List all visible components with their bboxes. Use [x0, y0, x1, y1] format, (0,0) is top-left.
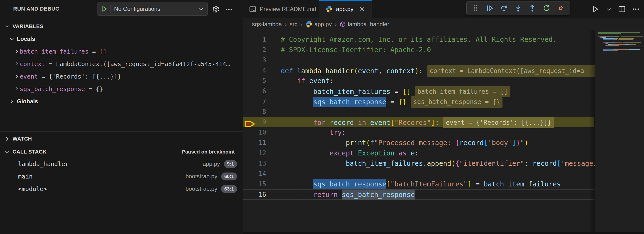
minimap-line-15 — [598, 49, 640, 50]
more-actions-icon[interactable] — [224, 5, 234, 14]
variable-row-event[interactable]: event = {'Records': [{...}]} — [0, 70, 242, 83]
line-number[interactable]: 6 — [243, 86, 266, 96]
line-number[interactable]: 1 — [243, 34, 266, 45]
step-out-button[interactable] — [527, 3, 538, 13]
code-line-9[interactable]: 9 for record in event["Records"]:event =… — [243, 117, 644, 127]
breadcrumb-item-sqs-lambda[interactable]: sqs-lambda — [252, 21, 282, 28]
breadcrumb-label: src — [290, 21, 298, 28]
minimap-token — [619, 36, 620, 36]
code-line-16[interactable]: 16 return sqs_batch_response — [243, 189, 644, 200]
variables-section-header[interactable]: VARIABLES — [0, 21, 242, 32]
debug-config-dropdown[interactable]: No Configurations — [98, 2, 208, 16]
python-icon — [305, 21, 312, 28]
code-line-13[interactable]: 13 batch_item_failures.append({"itemIden… — [243, 158, 644, 169]
minimap-inline-value — [621, 36, 643, 36]
step-over-button[interactable] — [499, 3, 509, 13]
line-number[interactable]: 7 — [243, 96, 266, 107]
line-number[interactable]: 14 — [243, 169, 266, 179]
stack-frame-main[interactable]: mainbootstrap.py60:1 — [0, 170, 242, 183]
stack-frame-module[interactable]: <module>bootstrap.py63:1 — [0, 183, 242, 195]
variable-value: = LambdaContext([aws_request_id=a8fa412f… — [45, 61, 230, 68]
breadcrumb-item-apppy[interactable]: app.py — [305, 21, 332, 28]
code-line-10[interactable]: 10 try: — [243, 127, 644, 138]
breadcrumb-separator: › — [300, 21, 302, 28]
disconnect-button[interactable] — [556, 3, 566, 13]
minimap-token — [614, 39, 616, 40]
code-line-1[interactable]: 1# Copyright Amazon.com, Inc. or its aff… — [243, 34, 644, 45]
code-line-12[interactable]: 12 except Exception as e: — [243, 148, 644, 158]
run-button[interactable] — [591, 5, 599, 13]
code-token: try — [330, 127, 342, 138]
code-token: : — [415, 148, 419, 158]
line-number[interactable]: 11 — [243, 138, 266, 148]
step-into-button[interactable] — [513, 3, 524, 13]
code-token: [ — [484, 138, 488, 148]
watch-section-header[interactable]: WATCH — [0, 133, 242, 144]
code-token: } — [516, 138, 520, 148]
minimap-token — [625, 44, 628, 45]
line-number[interactable]: 12 — [243, 148, 266, 158]
call-stack-section-header[interactable]: CALL STACK Paused on breakpoint — [0, 146, 242, 157]
code-line-5[interactable]: 5 if event: — [243, 76, 644, 86]
minimap-token — [603, 50, 607, 51]
code-line-4[interactable]: 4def lambda_handler(event, context):cont… — [243, 65, 644, 76]
breadcrumb-item-lambda_handler[interactable]: lambda_handler — [340, 21, 389, 28]
minimap-token — [603, 38, 614, 39]
tab-label: Preview README.md — [260, 6, 316, 12]
line-number[interactable]: 10 — [243, 127, 266, 138]
code-line-7[interactable]: 7 sqs_batch_response = {}sqs_batch_respo… — [243, 96, 644, 107]
line-number[interactable]: 13 — [243, 158, 266, 169]
minimap[interactable] — [595, 30, 644, 234]
gear-icon[interactable] — [211, 5, 220, 14]
breadcrumb-item-src[interactable]: src — [290, 21, 298, 28]
variables-scope-globals[interactable]: Globals — [0, 95, 242, 108]
line-number[interactable]: 16 — [243, 190, 266, 200]
line-number[interactable]: 8 — [243, 107, 266, 117]
frame-name: lambda_handler — [18, 160, 69, 167]
variable-name: context — [20, 61, 45, 68]
stack-frame-lambda_handler[interactable]: lambda_handlerapp.py9:1 — [0, 158, 242, 170]
chevron-collapsed-icon — [14, 74, 20, 79]
line-number[interactable]: 4 — [243, 65, 266, 76]
line-number[interactable]: 5 — [243, 76, 266, 86]
variable-value: = {'Records': [{...}]} — [38, 73, 121, 80]
minimap-token — [607, 50, 618, 51]
variable-row-context[interactable]: context = LambdaContext([aws_request_id=… — [0, 58, 242, 70]
more-icon — [632, 5, 640, 13]
code-editor[interactable]: 1# Copyright Amazon.com, Inc. or its aff… — [243, 30, 644, 234]
code-line-15[interactable]: 15 sqs_batch_response["batchItemFailures… — [243, 179, 644, 189]
code-line-2[interactable]: 2# SPDX-License-Identifier: Apache-2.0 — [243, 45, 644, 55]
variable-row-sqs_batch_response[interactable]: sqs_batch_response = {} — [0, 83, 242, 95]
close-icon[interactable] — [359, 6, 365, 12]
variables-scope-locals[interactable]: Locals — [0, 33, 242, 45]
code-line-11[interactable]: 11 print(f"Processed message: {record['b… — [243, 138, 644, 148]
line-number[interactable]: 3 — [243, 55, 266, 65]
code-line-3[interactable]: 3 — [243, 55, 644, 65]
start-debug-icon[interactable] — [98, 4, 111, 13]
variable-row-batch_item_failures[interactable]: batch_item_failures = [] — [0, 45, 242, 58]
code-line-6[interactable]: 6 batch_item_failures = []batch_item_fai… — [243, 86, 644, 96]
code-line-14[interactable]: 14 — [243, 169, 644, 179]
continue-button[interactable] — [484, 3, 495, 13]
line-number[interactable]: 15 — [243, 179, 266, 189]
variable-name: event — [20, 73, 38, 80]
minimap-inline-value — [619, 38, 634, 39]
continue-icon — [486, 4, 494, 12]
tab-preview-readme.md[interactable]: Preview README.md — [243, 0, 323, 18]
minimap-line-7 — [598, 39, 633, 40]
inline-debug-value: event = {'Records': [{...}]} — [443, 117, 554, 128]
split-editor-button[interactable] — [618, 5, 626, 13]
drag-grip-handle[interactable] — [470, 3, 481, 13]
minimap-token — [598, 42, 603, 42]
line-number[interactable]: 9 — [243, 117, 266, 127]
code-line-8[interactable]: 8 — [243, 107, 644, 117]
chevron-collapsed-icon — [14, 49, 20, 54]
tab-app.py[interactable]: app.py — [319, 0, 372, 18]
chevron-down-button[interactable] — [606, 6, 612, 12]
more-button[interactable] — [632, 5, 640, 13]
inline-debug-value: sqs_batch_response = {} — [411, 96, 502, 108]
restart-button[interactable] — [541, 3, 552, 13]
line-number[interactable]: 2 — [243, 45, 266, 55]
code-line-text: return sqs_batch_response — [281, 190, 415, 200]
markdown-preview-icon — [249, 5, 256, 13]
